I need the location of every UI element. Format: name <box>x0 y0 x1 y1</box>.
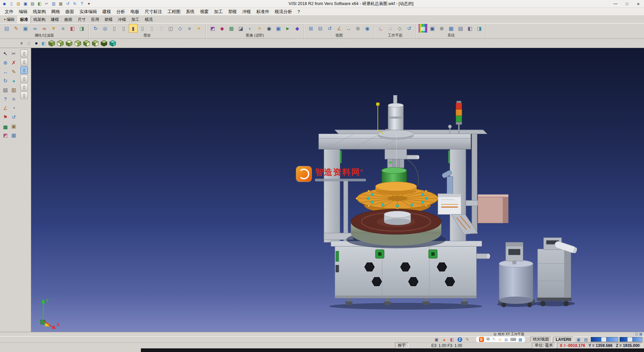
ime-keyboard-icon[interactable]: ⌨ <box>510 337 516 342</box>
undo-side-icon[interactable]: ↺ <box>9 113 18 121</box>
grid-icon[interactable]: ▦ <box>447 24 455 33</box>
tab-6[interactable]: 尺寸 <box>75 16 89 24</box>
snapshot-icon[interactable]: ▣ <box>274 24 283 33</box>
flag-icon[interactable]: ⚑ <box>1 113 10 121</box>
quick-view-2-icon[interactable]: ▯ <box>20 58 28 65</box>
ime-skin-icon[interactable]: ▦ <box>518 337 522 342</box>
menu-item-10[interactable]: 尺寸标注 <box>142 8 165 15</box>
break-chain-icon[interactable]: ∞ <box>40 24 49 33</box>
shade-sphere-icon[interactable]: ● <box>9 76 18 85</box>
gem-render-icon[interactable]: ◆ <box>293 24 302 33</box>
print-view-icon[interactable]: ▤ <box>1 85 10 94</box>
new-file-icon[interactable]: ▯ <box>8 0 15 7</box>
menu-item-16[interactable]: 冲模 <box>239 8 254 15</box>
layer-list-icon[interactable]: ▤ <box>583 336 589 343</box>
quick-view-4-icon[interactable]: ▯ <box>20 75 28 82</box>
menu-item-8[interactable]: 分析 <box>114 8 128 15</box>
tab-8[interactable]: 塑模 <box>102 16 115 24</box>
element-attributes-icon[interactable]: ▤ <box>2 24 11 33</box>
sketch-icon[interactable]: ✎ <box>9 67 18 76</box>
3d-viewport[interactable]: 智造资料网® Y X <box>31 48 644 332</box>
notebook-icon[interactable]: ▥ <box>9 85 18 94</box>
menu-item-2[interactable]: 编辑 <box>16 8 30 15</box>
copy-icon[interactable]: ▥ <box>50 0 57 7</box>
view-cube-top-icon[interactable] <box>65 40 73 47</box>
zoom-extents-icon[interactable]: ◎ <box>101 24 109 33</box>
zoom-previous-icon[interactable]: ↺ <box>325 24 334 33</box>
selection-filter-icon[interactable]: ▼ <box>49 24 58 33</box>
view-cube-back-icon[interactable] <box>91 40 99 47</box>
zoom-all-icon[interactable]: ⊞ <box>307 24 315 33</box>
hidden-line-view-icon[interactable]: ▯ <box>119 24 128 33</box>
shaded-edges-view-icon[interactable]: ▯ <box>138 24 147 33</box>
split-grid-icon[interactable]: ▦ <box>639 332 642 336</box>
help-icon[interactable]: ? <box>78 0 85 7</box>
wireframe-view-icon[interactable]: ▯ <box>110 24 119 33</box>
select-icon[interactable]: ↖ <box>1 49 10 58</box>
ime-punct-icon[interactable]: °· <box>493 337 496 342</box>
materials-icon[interactable]: ◆ <box>218 24 226 33</box>
clipboard-icon[interactable]: ▣ <box>9 122 18 130</box>
cut-icon[interactable]: ✂ <box>43 0 50 7</box>
ghost-view-icon[interactable]: ▯ <box>157 24 166 33</box>
transparency-view-icon[interactable]: ▯ <box>148 24 156 33</box>
plugins-icon[interactable]: ◧ <box>466 24 474 33</box>
open-file-icon[interactable]: ▨ <box>15 0 22 7</box>
save-file-icon[interactable]: ▣ <box>22 0 29 7</box>
redo-icon[interactable]: ↻ <box>71 0 78 7</box>
menu-item-14[interactable]: 加工 <box>211 8 225 15</box>
view-cube-left-icon[interactable] <box>74 40 82 47</box>
monitor-icon[interactable]: ▣ <box>428 24 437 33</box>
dynamic-rotate-icon[interactable]: ◇ <box>176 24 184 33</box>
menu-item-7[interactable]: 建模 <box>100 8 114 15</box>
quick-view-3-icon[interactable]: ▯ <box>20 67 28 74</box>
paste-icon[interactable]: ▦ <box>57 0 64 7</box>
view-mode-cell[interactable]: 绝对视图 <box>530 337 552 342</box>
palette-mini-icon[interactable]: ◧ <box>40 40 47 47</box>
query-icon[interactable]: ? <box>1 94 10 103</box>
eye-view-icon[interactable]: ◉ <box>363 24 372 33</box>
layer-lock-icon[interactable]: ▣ <box>575 336 582 343</box>
animation-icon[interactable]: ► <box>283 24 292 33</box>
message-icon[interactable]: ▣ <box>433 336 440 343</box>
app-icon[interactable]: ◆ <box>1 0 8 7</box>
system-options-icon[interactable]: ⊛ <box>437 24 446 33</box>
move-icon[interactable]: ↔ <box>1 67 10 76</box>
stats-icon[interactable]: ▅ <box>1 122 10 130</box>
menu-item-12[interactable]: 系统 <box>183 8 197 15</box>
tab-7[interactable]: 应用 <box>89 16 102 24</box>
menu-item-11[interactable]: 工程图 <box>165 8 183 15</box>
preview-icon[interactable]: ◧ <box>36 0 43 7</box>
trim-icon[interactable]: ✂ <box>9 49 18 58</box>
minimize-button[interactable]: — <box>610 0 621 7</box>
pan-scrollbar-vertical[interactable] <box>620 337 642 342</box>
shaded-view-icon[interactable]: ▮ <box>129 24 138 33</box>
workplane-3point-icon[interactable]: ∴ <box>386 24 395 33</box>
display-layers-icon[interactable]: ≡ <box>185 24 194 33</box>
paste-side-icon[interactable]: ▦ <box>9 131 18 139</box>
palette-status-icon[interactable]: ◧ <box>449 336 455 343</box>
menu-item-18[interactable]: 模流分析 <box>272 8 295 15</box>
tab-9[interactable]: 冲模 <box>115 16 129 24</box>
menu-item-5[interactable]: 曲面 <box>63 8 77 15</box>
menu-item-9[interactable]: 电极 <box>128 8 142 15</box>
tab-4[interactable]: 建模 <box>48 16 62 24</box>
chain-select-icon[interactable]: ∞ <box>31 24 39 33</box>
zoom-box-icon[interactable]: ⊕ <box>1 58 10 67</box>
tab-3[interactable]: 线架构 <box>31 16 48 24</box>
black-draw-icon[interactable]: ■ <box>33 40 40 47</box>
layer-filter-icon[interactable]: ≡ <box>59 24 67 33</box>
light-toggle-icon[interactable]: ☀ <box>195 24 203 33</box>
workplane-origin-icon[interactable]: ∟ <box>377 24 385 33</box>
split-horizontal-icon[interactable]: ◫ <box>635 332 638 336</box>
menu-item-19[interactable]: ? <box>295 8 303 15</box>
white-draw-icon[interactable]: □ <box>25 40 32 47</box>
workplane-face-icon[interactable]: ◇ <box>395 24 404 33</box>
sogou-logo-icon[interactable]: S <box>479 337 484 342</box>
menu-item-17[interactable]: 标准件 <box>254 8 272 15</box>
flame-icon[interactable]: ▲ <box>441 336 448 343</box>
palette-side-icon[interactable]: ◩ <box>1 131 10 139</box>
quick-view-5-icon[interactable]: ▯ <box>20 83 28 91</box>
zoom-window-icon[interactable]: ⊟ <box>316 24 325 33</box>
tab-11[interactable]: 模流 <box>142 16 156 24</box>
